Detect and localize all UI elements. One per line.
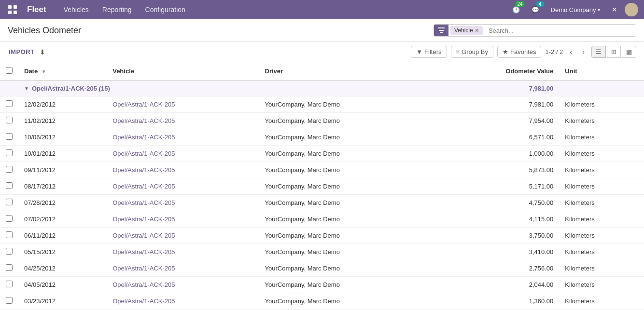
row-vehicle[interactable]: Opel/Astra/1-ACK-205 bbox=[107, 146, 259, 162]
nav-right: 🕐 24 💬 4 Demo Company ▾ × bbox=[508, 2, 638, 17]
select-all-checkbox[interactable] bbox=[6, 67, 13, 74]
pagination-prev[interactable]: ‹ bbox=[567, 47, 575, 57]
header-driver[interactable]: Driver bbox=[259, 62, 437, 81]
row-checkbox[interactable] bbox=[6, 100, 13, 107]
group-row: ▼ Opel/Astra/1-ACK-205 (15) 7,981.00 bbox=[0, 81, 644, 96]
table-row[interactable]: 08/17/2012 Opel/Astra/1-ACK-205 YourComp… bbox=[0, 178, 644, 195]
table-row[interactable]: 04/25/2012 Opel/Astra/1-ACK-205 YourComp… bbox=[0, 260, 644, 277]
nav-configuration[interactable]: Configuration bbox=[140, 3, 191, 16]
row-checkbox[interactable] bbox=[6, 199, 13, 205]
table-row[interactable]: 07/02/2012 Opel/Astra/1-ACK-205 YourComp… bbox=[0, 211, 644, 228]
row-unit: Kilometers bbox=[559, 146, 644, 162]
row-checkbox[interactable] bbox=[6, 281, 13, 287]
chat-icon: 💬 bbox=[532, 6, 539, 13]
company-name: Demo Company bbox=[551, 6, 596, 13]
row-vehicle[interactable]: Opel/Astra/1-ACK-205 bbox=[107, 178, 259, 195]
table-row[interactable]: 09/11/2012 Opel/Astra/1-ACK-205 YourComp… bbox=[0, 162, 644, 178]
row-date: 05/15/2012 bbox=[18, 244, 107, 260]
download-icon[interactable] bbox=[40, 48, 45, 56]
list-view-button[interactable]: ☰ bbox=[591, 46, 606, 58]
svg-point-5 bbox=[627, 12, 636, 16]
row-odometer: 3,750.00 bbox=[437, 228, 559, 244]
search-filter-toggle[interactable] bbox=[434, 25, 448, 36]
import-button[interactable]: IMPORT bbox=[8, 46, 36, 57]
row-checkbox[interactable] bbox=[6, 264, 13, 271]
header-vehicle[interactable]: Vehicle bbox=[107, 62, 259, 81]
row-vehicle[interactable]: Opel/Astra/1-ACK-205 bbox=[107, 96, 259, 113]
header-odometer[interactable]: Odometer Value bbox=[437, 62, 559, 81]
row-odometer: 5,171.00 bbox=[437, 178, 559, 195]
pagination-info: 1-2 / 2 bbox=[545, 48, 563, 55]
app-grid-icon[interactable] bbox=[6, 3, 19, 16]
row-unit: Kilometers bbox=[559, 178, 644, 195]
table-row[interactable]: 07/28/2012 Opel/Astra/1-ACK-205 YourComp… bbox=[0, 195, 644, 211]
row-vehicle[interactable]: Opel/Astra/1-ACK-205 bbox=[107, 277, 259, 293]
row-unit: Kilometers bbox=[559, 228, 644, 244]
nav-reporting[interactable]: Reporting bbox=[97, 3, 138, 16]
group-label-cell[interactable]: ▼ Opel/Astra/1-ACK-205 (15) bbox=[18, 81, 437, 96]
pagination-next[interactable]: › bbox=[579, 47, 588, 57]
nav-vehicles[interactable]: Vehicles bbox=[58, 3, 95, 16]
search-input[interactable] bbox=[485, 25, 636, 36]
search-bar: Vehicle × bbox=[434, 24, 636, 37]
chart-view-button[interactable]: ▩ bbox=[622, 46, 636, 58]
table-row[interactable]: 10/01/2012 Opel/Astra/1-ACK-205 YourComp… bbox=[0, 146, 644, 162]
row-vehicle[interactable]: Opel/Astra/1-ACK-205 bbox=[107, 113, 259, 129]
close-button[interactable]: × bbox=[608, 3, 621, 17]
group-total: 7,981.00 bbox=[437, 81, 559, 96]
row-driver: YourCompany, Marc Demo bbox=[259, 277, 437, 293]
row-vehicle[interactable]: Opel/Astra/1-ACK-205 bbox=[107, 195, 259, 211]
card-view-button[interactable]: ⊞ bbox=[607, 46, 621, 58]
group-checkbox-col bbox=[0, 81, 18, 96]
row-checkbox[interactable] bbox=[6, 248, 13, 255]
row-checkbox-col bbox=[0, 96, 18, 113]
row-checkbox[interactable] bbox=[6, 149, 13, 156]
row-driver: YourCompany, Marc Demo bbox=[259, 178, 437, 195]
table-row[interactable]: 04/05/2012 Opel/Astra/1-ACK-205 YourComp… bbox=[0, 277, 644, 293]
row-odometer: 4,115.00 bbox=[437, 211, 559, 228]
row-checkbox[interactable] bbox=[6, 166, 13, 173]
row-odometer: 1,360.00 bbox=[437, 293, 559, 310]
nav-links: Vehicles Reporting Configuration bbox=[58, 3, 191, 16]
row-vehicle[interactable]: Opel/Astra/1-ACK-205 bbox=[107, 162, 259, 178]
toolbar-left: IMPORT bbox=[8, 46, 45, 57]
data-table: Date ▼ Vehicle Driver Odometer Value Uni… bbox=[0, 62, 644, 310]
clock-button[interactable]: 🕐 24 bbox=[508, 2, 524, 17]
row-checkbox[interactable] bbox=[6, 297, 13, 304]
page-title: Vehicles Odometer bbox=[8, 26, 81, 36]
row-checkbox[interactable] bbox=[6, 182, 13, 189]
row-driver: YourCompany, Marc Demo bbox=[259, 228, 437, 244]
row-vehicle[interactable]: Opel/Astra/1-ACK-205 bbox=[107, 129, 259, 146]
row-checkbox[interactable] bbox=[6, 215, 13, 222]
star-icon: ★ bbox=[503, 48, 508, 55]
row-checkbox[interactable] bbox=[6, 133, 13, 140]
table-row[interactable]: 11/02/2012 Opel/Astra/1-ACK-205 YourComp… bbox=[0, 113, 644, 129]
chat-button[interactable]: 💬 4 bbox=[528, 2, 543, 17]
row-date: 06/11/2012 bbox=[18, 228, 107, 244]
sub-header: Vehicles Odometer Vehicle × bbox=[0, 19, 644, 42]
clock-badge: 24 bbox=[515, 1, 524, 7]
row-vehicle[interactable]: Opel/Astra/1-ACK-205 bbox=[107, 228, 259, 244]
table-row[interactable]: 12/02/2012 Opel/Astra/1-ACK-205 YourComp… bbox=[0, 96, 644, 113]
group-by-button[interactable]: ≡ Group By bbox=[451, 46, 494, 58]
header-date[interactable]: Date ▼ bbox=[18, 62, 107, 81]
favorites-button[interactable]: ★ Favorites bbox=[497, 46, 541, 58]
company-selector[interactable]: Demo Company ▾ bbox=[547, 4, 604, 15]
table-row[interactable]: 10/06/2012 Opel/Astra/1-ACK-205 YourComp… bbox=[0, 129, 644, 146]
filters-button[interactable]: ▼ Filters bbox=[411, 46, 447, 58]
row-vehicle[interactable]: Opel/Astra/1-ACK-205 bbox=[107, 244, 259, 260]
header-unit[interactable]: Unit bbox=[559, 62, 644, 81]
row-checkbox[interactable] bbox=[6, 117, 13, 123]
row-unit: Kilometers bbox=[559, 96, 644, 113]
table-row[interactable]: 05/15/2012 Opel/Astra/1-ACK-205 YourComp… bbox=[0, 244, 644, 260]
row-odometer: 7,981.00 bbox=[437, 96, 559, 113]
row-vehicle[interactable]: Opel/Astra/1-ACK-205 bbox=[107, 260, 259, 277]
row-unit: Kilometers bbox=[559, 113, 644, 129]
row-vehicle[interactable]: Opel/Astra/1-ACK-205 bbox=[107, 211, 259, 228]
row-checkbox[interactable] bbox=[6, 231, 13, 238]
user-avatar[interactable] bbox=[625, 3, 638, 16]
search-tag-remove[interactable]: × bbox=[475, 27, 479, 34]
table-row[interactable]: 03/23/2012 Opel/Astra/1-ACK-205 YourComp… bbox=[0, 293, 644, 310]
table-row[interactable]: 06/11/2012 Opel/Astra/1-ACK-205 YourComp… bbox=[0, 228, 644, 244]
row-vehicle[interactable]: Opel/Astra/1-ACK-205 bbox=[107, 293, 259, 310]
